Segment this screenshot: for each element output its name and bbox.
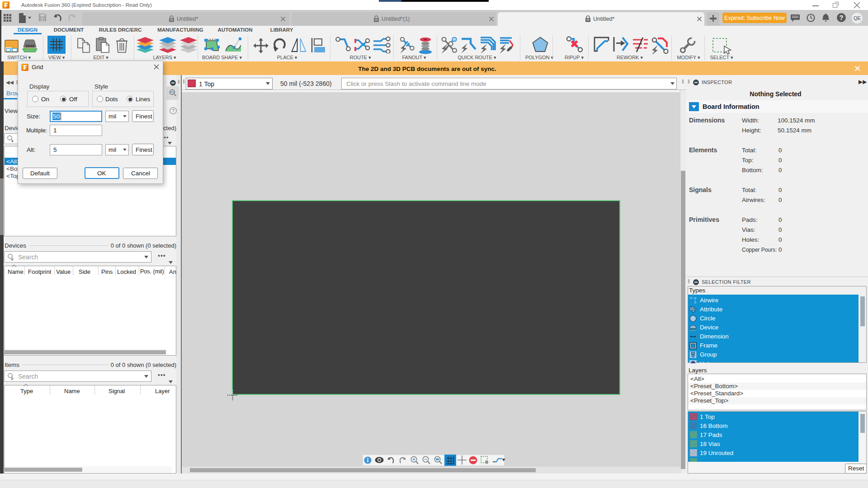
svg-text:?: ? bbox=[172, 108, 175, 113]
svg-text:?: ? bbox=[840, 14, 844, 21]
